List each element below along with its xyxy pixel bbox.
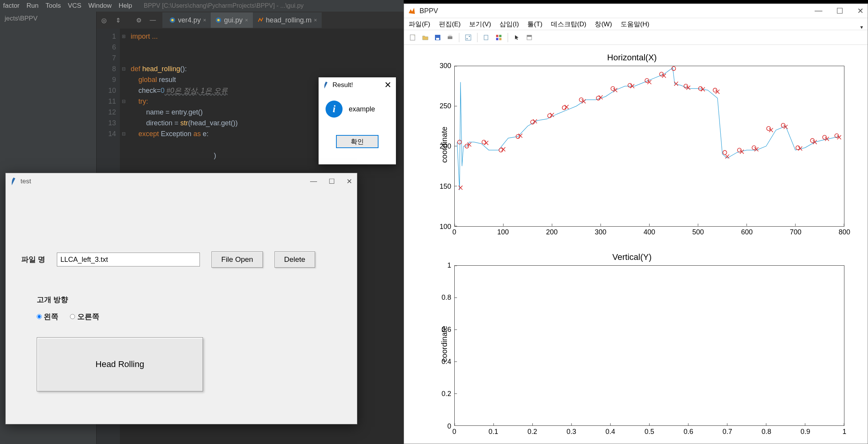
- menu-view[interactable]: 보기(V): [469, 20, 491, 29]
- svg-point-50: [713, 88, 717, 92]
- maximize-icon[interactable]: ☐: [836, 6, 843, 15]
- minimize-icon[interactable]: —: [310, 177, 317, 186]
- print-icon[interactable]: [445, 32, 455, 43]
- radio-left-label: 왼쪽: [44, 313, 58, 321]
- vertical-chart: Vertical(Y) coordinate 00.20.40.60.81 00…: [420, 252, 844, 436]
- svg-rect-9: [466, 35, 471, 40]
- insert-colorbar-icon[interactable]: [524, 32, 534, 43]
- close-icon[interactable]: ✕: [857, 6, 864, 15]
- python-icon: [169, 17, 176, 23]
- t: Exception: [161, 130, 193, 138]
- svg-point-11: [469, 36, 470, 37]
- link-plot-icon[interactable]: [494, 32, 504, 43]
- close-icon[interactable]: ×: [203, 17, 206, 23]
- menu-tools[interactable]: Tools: [46, 2, 61, 10]
- python-icon: [215, 17, 222, 23]
- save-icon[interactable]: [433, 32, 443, 43]
- ok-button[interactable]: 확인: [336, 135, 379, 148]
- pointer-icon[interactable]: [512, 32, 522, 43]
- ide-window-title: BPPV [C:\Users\chang\PycharmProjects\BPP…: [144, 2, 304, 9]
- menu-window[interactable]: Window: [88, 2, 111, 10]
- tab-label: gui.py: [224, 16, 242, 24]
- collapse-icon[interactable]: ⇕: [114, 16, 122, 24]
- project-path[interactable]: jects\BPPV: [5, 15, 92, 22]
- data-cursor-icon[interactable]: [481, 32, 491, 43]
- t: result: [159, 76, 176, 84]
- radio-right[interactable]: 오른쪽: [70, 312, 99, 322]
- matlab-figure-window: BPPV — ☐ ✕ 파일(F) 편집(E) 보기(V) 삽입(I) 툴(T) …: [404, 3, 868, 444]
- t: e:: [203, 130, 208, 138]
- svg-point-51: [723, 150, 727, 154]
- menu-insert[interactable]: 삽입(I): [500, 20, 519, 29]
- svg-rect-18: [527, 35, 532, 37]
- svg-point-58: [823, 135, 827, 139]
- close-icon[interactable]: ×: [314, 17, 317, 23]
- tk-feather-icon: [323, 82, 329, 89]
- filename-input[interactable]: [57, 253, 200, 266]
- menu-refactor[interactable]: factor: [3, 2, 20, 10]
- info-icon: i: [326, 101, 343, 118]
- tab-head-rolling[interactable]: head_rolling.m ×: [253, 12, 322, 28]
- radio-right-input[interactable]: [70, 314, 75, 319]
- minimize-icon[interactable]: —: [815, 6, 822, 15]
- close-icon[interactable]: ✕: [384, 80, 391, 90]
- target-icon[interactable]: ◎: [100, 16, 108, 24]
- svg-point-43: [611, 87, 615, 91]
- t: global: [138, 76, 159, 84]
- plot-area[interactable]: [454, 66, 844, 227]
- test-titlebar[interactable]: test — ☐ ✕: [6, 173, 357, 190]
- t: as: [193, 130, 203, 138]
- matlab-icon: [258, 17, 264, 23]
- figure-titlebar[interactable]: BPPV — ☐ ✕: [404, 4, 868, 18]
- chart-title: Horizontal(X): [420, 53, 844, 63]
- tk-feather-icon: [10, 178, 17, 185]
- file-open-button[interactable]: File Open: [211, 251, 263, 268]
- ide-menu-bar: factor Run Tools VCS Window Help BPPV [C…: [0, 0, 404, 12]
- svg-point-33: [458, 140, 462, 144]
- maximize-icon[interactable]: ☐: [329, 177, 335, 186]
- svg-rect-16: [499, 38, 501, 40]
- t: direction =: [146, 119, 181, 127]
- chart-title: Vertical(Y): [420, 252, 844, 262]
- menu-file[interactable]: 파일(F): [409, 20, 430, 29]
- t: def: [131, 65, 142, 73]
- close-icon[interactable]: ×: [245, 17, 248, 23]
- file-label: 파일 명: [21, 254, 45, 265]
- open-icon[interactable]: [420, 32, 430, 43]
- new-figure-icon[interactable]: [408, 32, 418, 43]
- t: except: [138, 130, 161, 138]
- t: (head_var.get()): [188, 119, 238, 127]
- edit-plot-icon[interactable]: [463, 32, 473, 43]
- radio-right-label: 오른쪽: [77, 313, 99, 321]
- svg-point-55: [781, 123, 785, 127]
- svg-point-52: [737, 148, 741, 152]
- menu-help[interactable]: 도움말(H): [621, 20, 650, 29]
- figure-toolbar: [404, 30, 868, 45]
- chevron-down-icon[interactable]: ▾: [860, 24, 863, 30]
- menu-run[interactable]: Run: [27, 2, 39, 10]
- tab-label: head_rolling.m: [266, 16, 312, 24]
- menu-tools[interactable]: 툴(T): [527, 20, 542, 29]
- close-icon[interactable]: ✕: [346, 177, 352, 186]
- svg-point-46: [660, 72, 663, 76]
- figure-menubar: 파일(F) 편집(E) 보기(V) 삽입(I) 툴(T) 데스크탑(D) 창(W…: [404, 18, 868, 30]
- svg-rect-8: [448, 35, 452, 36]
- tab-label: ver4.py: [178, 16, 201, 24]
- menu-help[interactable]: Help: [119, 2, 132, 10]
- menu-desktop[interactable]: 데스크탑(D): [551, 20, 587, 29]
- radio-left-input[interactable]: [37, 314, 42, 319]
- head-rolling-button[interactable]: Head Rolling: [37, 337, 203, 391]
- radio-left[interactable]: 왼쪽: [37, 312, 58, 322]
- svg-rect-6: [436, 38, 439, 40]
- tab-gui[interactable]: gui.py ×: [211, 12, 252, 28]
- menu-edit[interactable]: 편집(E): [439, 20, 461, 29]
- tab-ver4[interactable]: ver4.py ×: [165, 12, 211, 28]
- menu-window[interactable]: 창(W): [595, 20, 612, 29]
- popup-titlebar[interactable]: Result! ✕: [319, 77, 396, 93]
- plot-area[interactable]: [454, 265, 844, 426]
- minimize-icon[interactable]: —: [148, 16, 157, 24]
- popup-title: Result!: [333, 81, 353, 89]
- delete-button[interactable]: Delete: [275, 251, 315, 268]
- menu-vcs[interactable]: VCS: [68, 2, 81, 10]
- gear-icon[interactable]: ⚙: [135, 16, 143, 24]
